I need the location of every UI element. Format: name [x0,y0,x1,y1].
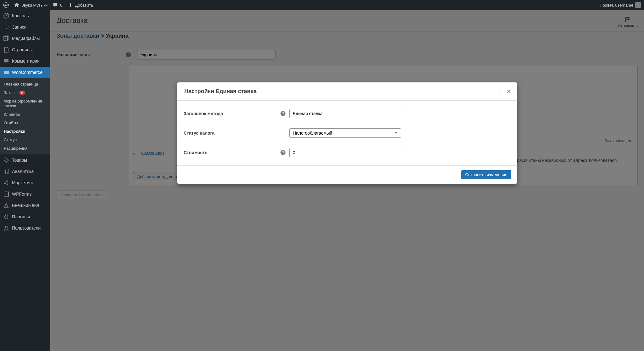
marketing-icon [3,180,9,186]
submenu-home[interactable]: Главная страница [0,80,50,88]
modal-title: Настройки Единая ставка [184,88,257,95]
main-content: Доставка Активность Зоны доставки > Укра… [50,10,644,351]
submenu-customers[interactable]: Клиенты [0,110,50,119]
plugins-icon [3,214,9,220]
cost-input[interactable] [289,148,401,157]
menu-users[interactable]: Пользователи [0,222,50,234]
wordpress-icon [3,2,9,8]
submenu-extensions[interactable]: Расширения [0,144,50,153]
submenu-status[interactable]: Статус [0,136,50,144]
menu-marketing[interactable]: Маркетинг [0,177,50,188]
site-name: Звуки Музыки [21,3,47,8]
submenu-settings[interactable]: Настройки [0,127,50,136]
svg-rect-3 [4,71,9,74]
tax-status-select[interactable]: Налогооблагаемый [289,128,401,138]
site-name-link[interactable]: Звуки Музыки [14,2,47,8]
products-icon [3,157,9,163]
comments-link[interactable]: 0 [53,2,62,8]
add-new-link[interactable]: Добавить [68,2,93,8]
menu-comments[interactable]: Комментарии [0,55,50,67]
wp-logo[interactable] [3,2,9,8]
menu-dashboard[interactable]: Консоль [0,10,50,21]
submenu-checkout[interactable]: Форма оформления заказа [0,97,50,110]
method-title-input[interactable] [289,109,401,118]
wpforms-icon [3,191,9,197]
dashboard-icon [3,13,9,19]
media-icon [3,35,9,42]
analytics-icon [3,168,9,175]
modal-overlay[interactable]: Настройки Единая ставка ✕ Заголовок мето… [50,10,644,351]
woocommerce-icon [3,69,9,75]
greeting-text: Привет, username [600,3,633,8]
page-icon [3,47,9,53]
help-icon[interactable]: ? [280,150,286,155]
comment-icon [53,2,58,8]
appearance-icon [3,202,9,209]
menu-plugins[interactable]: Плагины [0,211,50,222]
close-icon[interactable]: ✕ [501,83,517,100]
modal-save-button[interactable]: Сохранить изменения [461,170,512,179]
menu-analytics[interactable]: Аналитика [0,166,50,177]
avatar [635,2,641,8]
tax-status-label: Статус налога [182,131,277,136]
submenu-orders[interactable]: Заказы5 [0,88,50,97]
method-title-label: Заголовок метода [182,111,277,116]
menu-posts[interactable]: Записи [0,21,50,33]
user-greeting[interactable]: Привет, username [600,2,641,8]
menu-woocommerce[interactable]: WooCommerce [0,67,50,78]
home-icon [14,2,19,8]
menu-appearance[interactable]: Внешний вид [0,200,50,211]
svg-point-2 [5,38,6,39]
modal-dialog: Настройки Единая ставка ✕ Заголовок мето… [177,82,517,184]
menu-media[interactable]: Медиафайлы [0,33,50,44]
admin-sidebar: Консоль Записи Медиафайлы Страницы Комме… [0,10,50,351]
menu-products[interactable]: Товары [0,154,50,166]
comment-icon [3,58,9,64]
pin-icon [3,24,9,30]
menu-wpforms[interactable]: WPForms [0,188,50,200]
menu-pages[interactable]: Страницы [0,44,50,55]
plus-icon [68,2,73,8]
users-icon [3,225,9,231]
add-new-label: Добавить [75,3,93,8]
comments-count: 0 [60,3,62,8]
orders-badge: 5 [19,91,25,95]
svg-point-5 [5,226,7,228]
cost-label: Стоимость [182,150,277,155]
admin-bar: Звуки Музыки 0 Добавить Привет, username [0,0,644,10]
submenu-reports[interactable]: Отчёты [0,119,50,127]
woo-submenu: Главная страница Заказы5 Форма оформлени… [0,78,50,154]
help-icon[interactable]: ? [280,111,286,116]
